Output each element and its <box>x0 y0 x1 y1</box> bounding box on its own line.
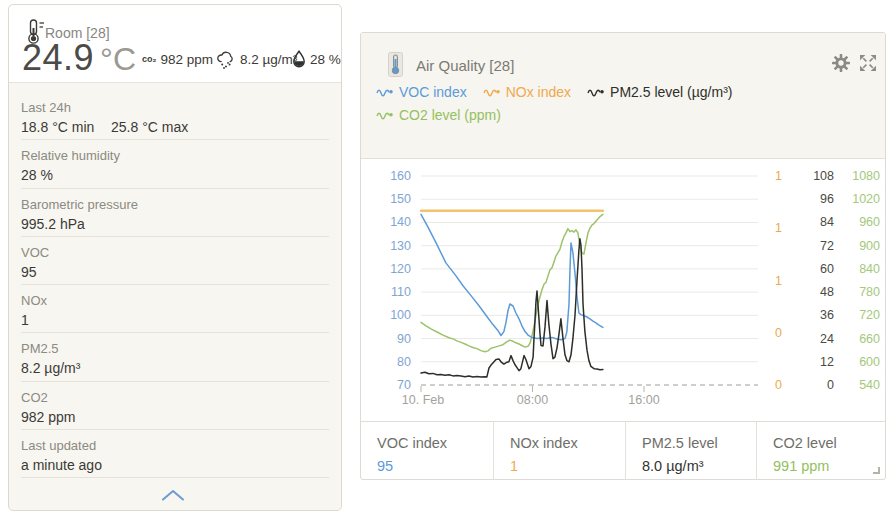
stat-row: Barometric pressure995.2 hPa <box>21 189 329 237</box>
stat-label: Last updated <box>21 437 329 454</box>
footer-stat-label: PM2.5 level <box>642 435 756 451</box>
right-axis-tick: 1 <box>775 221 782 235</box>
legend-label: PM2.5 level (µg/m³) <box>610 84 732 100</box>
right-axis-tick: 1 <box>775 274 782 288</box>
right-axis-tick: 84 <box>820 215 834 229</box>
stat-row: PM2.58.2 µg/m³ <box>21 333 329 381</box>
footer-stat-value: 8.0 µg/m³ <box>642 458 756 474</box>
right-axis-tick: 540 <box>859 378 880 392</box>
left-axis-tick: 90 <box>397 332 411 346</box>
legend-item[interactable]: VOC index <box>376 84 467 100</box>
humidity-drop-icon <box>292 50 306 68</box>
left-axis-tick: 130 <box>390 239 411 253</box>
air-quality-footer: VOC index95NOx index1PM2.5 level8.0 µg/m… <box>361 421 885 480</box>
stat-value: 95 <box>21 263 329 282</box>
stat-row: Last 24h18.8 °C min25.8 °C max <box>21 92 329 140</box>
stat-row: NOx1 <box>21 285 329 333</box>
stat-label: CO2 <box>21 389 329 406</box>
stat-row: CO2982 ppm <box>21 382 329 430</box>
co2-inline-value: 982 ppm <box>161 52 214 67</box>
expand-icon[interactable] <box>859 54 877 72</box>
legend-row-2: CO2 level (ppm) <box>376 107 501 123</box>
left-axis-tick: 80 <box>397 355 411 369</box>
left-axis-tick: 100 <box>390 308 411 322</box>
right-axis-tick: 900 <box>859 239 880 253</box>
footer-stat-value: 1 <box>510 458 625 474</box>
co2-icon: co₂ <box>142 54 157 64</box>
legend-item[interactable]: NOx index <box>483 84 571 100</box>
right-axis-tick: 36 <box>820 308 834 322</box>
humidity-inline-value: 28 % <box>310 52 341 67</box>
humidity-inline-stat: 28 % <box>292 49 341 69</box>
stat-label: PM2.5 <box>21 340 329 357</box>
right-axis-tick: 780 <box>859 285 880 299</box>
x-axis-label: 10. Feb <box>402 393 444 407</box>
stat-label: Barometric pressure <box>21 196 329 213</box>
room-card-header: Room [28] 24.9°C co₂ 982 ppm 8.2 µg/m³ <box>9 5 341 83</box>
right-axis-tick: 660 <box>859 332 880 346</box>
resize-handle-icon[interactable] <box>873 467 880 474</box>
left-axis-tick: 120 <box>390 262 411 276</box>
footer-stat-label: CO2 level <box>773 435 886 451</box>
stat-row: VOC95 <box>21 237 329 285</box>
footer-stat-value: 991 ppm <box>773 458 886 474</box>
right-axis-tick: 0 <box>775 378 782 392</box>
left-axis-tick: 110 <box>391 285 411 299</box>
footer-stat-label: VOC index <box>377 435 493 451</box>
right-axis-tick: 0 <box>775 326 782 340</box>
right-axis-tick: 72 <box>820 239 834 253</box>
series-pm2-5-level-g-m <box>421 239 603 377</box>
right-axis-tick: 108 <box>813 169 834 183</box>
air-quality-header: Air Quality [28] VO <box>361 33 885 159</box>
stat-value: 18.8 °C min25.8 °C max <box>21 118 329 137</box>
series-line-icon <box>483 86 501 98</box>
right-axis-tick: 96 <box>820 192 834 206</box>
legend-item[interactable]: PM2.5 level (µg/m³) <box>587 84 732 100</box>
footer-stat-value: 95 <box>377 458 493 474</box>
legend-label: VOC index <box>399 84 467 100</box>
stat-value: a minute ago <box>21 456 329 475</box>
right-axis-tick: 960 <box>859 215 880 229</box>
stat-row: Last updateda minute ago <box>21 430 329 478</box>
legend-row-1: VOC indexNOx indexPM2.5 level (µg/m³) <box>376 84 733 100</box>
particles-cloud-icon <box>216 50 236 69</box>
series-voc-index <box>421 214 603 339</box>
stat-label: Last 24h <box>21 99 329 116</box>
room-temperature: 24.9°C <box>22 37 136 79</box>
settings-gear-icon[interactable] <box>832 54 850 72</box>
right-axis-tick: 0 <box>827 378 834 392</box>
legend-label: NOx index <box>506 84 571 100</box>
stat-value: 995.2 hPa <box>21 215 329 234</box>
left-axis-tick: 70 <box>397 378 411 392</box>
stat-label: VOC <box>21 244 329 261</box>
stat-label: Relative humidity <box>21 147 329 164</box>
room-card: Room [28] 24.9°C co₂ 982 ppm 8.2 µg/m³ <box>8 4 342 511</box>
right-axis-tick: 12 <box>820 355 834 369</box>
collapse-card-button[interactable] <box>160 486 190 504</box>
pm-inline-value: 8.2 µg/m³ <box>240 52 297 67</box>
air-quality-chart: 1601501401301201101009080701110010896847… <box>361 159 887 421</box>
x-axis-label: 08:00 <box>517 393 548 407</box>
series-line-icon <box>587 86 605 98</box>
right-axis-tick: 600 <box>859 355 880 369</box>
right-axis-tick: 1020 <box>852 192 880 206</box>
footer-stat-label: NOx index <box>510 435 625 451</box>
x-axis-label: 16:00 <box>628 393 659 407</box>
footer-stat: PM2.5 level8.0 µg/m³ <box>625 422 756 480</box>
stat-label: NOx <box>21 292 329 309</box>
footer-stat: VOC index95 <box>361 422 493 480</box>
air-quality-card: Air Quality [28] VO <box>360 32 886 480</box>
footer-stat: CO2 level991 ppm <box>756 422 886 480</box>
series-line-icon <box>376 109 394 121</box>
legend-item[interactable]: CO2 level (ppm) <box>376 107 501 123</box>
stat-value: 982 ppm <box>21 408 329 427</box>
legend-label: CO2 level (ppm) <box>399 107 501 123</box>
left-axis-tick: 150 <box>390 192 411 206</box>
temperature-unit: °C <box>100 41 136 77</box>
stat-row: Relative humidity28 % <box>21 140 329 188</box>
footer-stat: NOx index1 <box>493 422 625 480</box>
right-axis-tick: 1 <box>775 169 782 183</box>
pm-inline-stat: 8.2 µg/m³ <box>216 49 297 69</box>
stat-value: 28 % <box>21 166 329 185</box>
chevron-up-icon <box>160 488 186 502</box>
